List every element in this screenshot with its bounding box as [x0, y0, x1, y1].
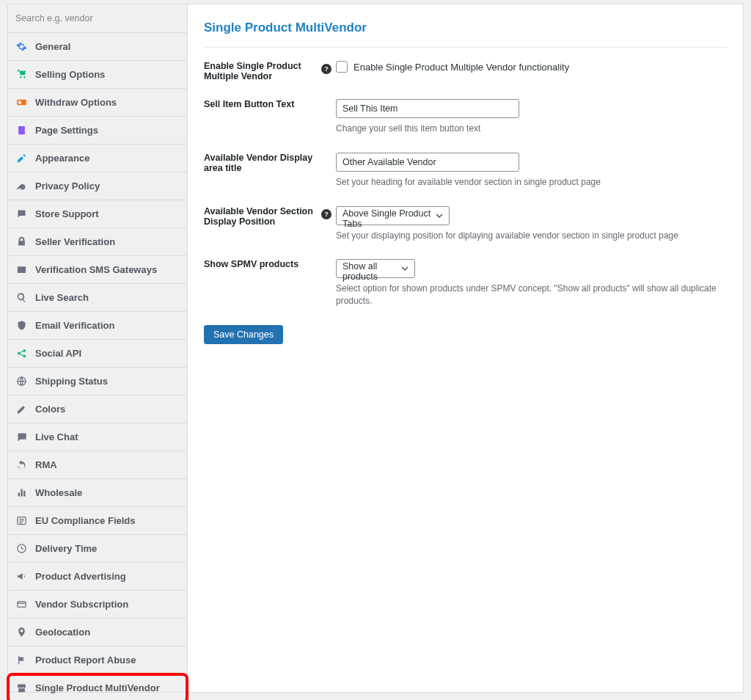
pin-icon [15, 626, 28, 638]
enable-spmv-checkbox[interactable] [336, 61, 348, 73]
globe-icon [15, 375, 28, 387]
sidebar-item-geolocation[interactable]: Geolocation [8, 619, 187, 646]
sidebar-item-verification-sms-gateways[interactable]: Verification SMS Gateways [8, 256, 187, 284]
sidebar-item-label: Email Verification [35, 320, 114, 331]
sidebar-item-label: RMA [35, 459, 57, 470]
svg-point-4 [23, 349, 26, 352]
chat-icon [15, 208, 28, 220]
field-label-show-products: Show SPMV products [204, 259, 321, 269]
sidebar-item-label: Shipping Status [35, 376, 108, 387]
share-icon [15, 347, 28, 360]
enable-spmv-checkbox-label[interactable]: Enable Single Product Multiple Vendor fu… [336, 61, 727, 73]
key-icon [15, 180, 28, 192]
sidebar-item-delivery-time[interactable]: Delivery Time [8, 535, 187, 563]
pencil-icon [15, 403, 28, 415]
gear-icon [15, 40, 28, 53]
sidebar-item-label: Withdraw Options [35, 97, 117, 108]
sidebar-item-label: Vendor Subscription [35, 599, 128, 610]
sidebar-item-label: Selling Options [35, 69, 105, 80]
area-title-input[interactable] [336, 153, 519, 172]
sidebar-item-seller-verification[interactable]: Seller Verification [8, 228, 187, 256]
sidebar-item-label: Seller Verification [35, 236, 115, 247]
sidebar-item-product-report-abuse[interactable]: Product Report Abuse [8, 646, 187, 674]
sidebar-item-label: Wholesale [35, 487, 82, 498]
field-label-enable: Enable Single Product Multiple Vendor [204, 61, 321, 81]
show-products-select[interactable]: Show all products [336, 259, 415, 278]
clock-icon [15, 542, 28, 555]
sidebar-item-label: Social API [35, 348, 81, 359]
sidebar-item-rma[interactable]: RMA [8, 451, 187, 479]
help-text: Change your sell this item button text [336, 123, 727, 135]
help-icon[interactable]: ? [321, 209, 331, 219]
help-text: Set your heading for available vendor se… [336, 176, 727, 189]
lock-icon [15, 236, 28, 248]
card-icon [15, 598, 28, 610]
store-icon [15, 682, 28, 694]
sidebar-item-page-settings[interactable]: Page Settings [8, 117, 187, 145]
sidebar-item-email-verification[interactable]: Email Verification [8, 312, 187, 340]
sidebar-item-single-product-multivendor[interactable]: Single Product MultiVendor [8, 674, 187, 700]
page-icon [15, 124, 28, 136]
sidebar-item-colors[interactable]: Colors [8, 395, 187, 423]
compliance-icon [15, 514, 28, 527]
sidebar-item-live-chat[interactable]: Live Chat [8, 423, 187, 451]
sidebar-item-label: Live Chat [35, 431, 78, 442]
sidebar-item-label: Live Search [35, 292, 89, 303]
svg-point-3 [18, 352, 21, 355]
sidebar-item-label: General [35, 41, 70, 52]
sidebar-item-general[interactable]: General [8, 33, 187, 61]
undo-icon [15, 459, 28, 471]
sidebar-item-label: Verification SMS Gateways [35, 264, 157, 275]
sidebar-item-label: Product Report Abuse [35, 655, 136, 666]
svg-rect-9 [18, 602, 26, 608]
search-icon [15, 291, 28, 304]
svg-rect-1 [18, 101, 21, 104]
shield-icon [15, 319, 28, 332]
comment-icon [15, 431, 28, 443]
help-text: Select option for shown products under S… [336, 282, 727, 307]
sidebar-item-social-api[interactable]: Social API [8, 340, 187, 368]
sidebar-item-vendor-subscription[interactable]: Vendor Subscription [8, 591, 187, 619]
display-position-select[interactable]: Above Single Product Tabs [336, 206, 450, 225]
svg-point-5 [23, 354, 26, 357]
sidebar-item-wholesale[interactable]: Wholesale [8, 479, 187, 507]
sidebar-item-label: Appearance [35, 153, 89, 164]
flag-icon [15, 654, 28, 666]
save-button[interactable]: Save Changes [204, 325, 283, 344]
sidebar-item-product-advertising[interactable]: Product Advertising [8, 563, 187, 591]
help-text: Set your displaying position for diplayi… [336, 230, 727, 242]
sidebar-item-label: Product Advertising [35, 571, 126, 582]
page-title: Single Product MultiVendor [204, 21, 727, 48]
field-label-button-text: Sell Item Button Text [204, 99, 321, 109]
sidebar-item-label: Geolocation [35, 627, 90, 638]
withdraw-icon [15, 96, 28, 109]
sidebar-item-store-support[interactable]: Store Support [8, 200, 187, 228]
sidebar-item-label: EU Compliance Fields [35, 515, 136, 526]
sidebar-item-label: Page Settings [35, 125, 98, 136]
settings-sidebar: Search e.g. vendor GeneralSelling Option… [7, 4, 187, 693]
cart-icon [15, 68, 28, 81]
sidebar-item-privacy-policy[interactable]: Privacy Policy [8, 172, 187, 200]
sidebar-search[interactable]: Search e.g. vendor [8, 4, 187, 33]
sidebar-item-label: Privacy Policy [35, 181, 100, 192]
sidebar-item-shipping-status[interactable]: Shipping Status [8, 368, 187, 395]
field-label-area-title: Available Vendor Display area title [204, 153, 321, 173]
help-icon[interactable]: ? [321, 64, 331, 74]
sidebar-item-selling-options[interactable]: Selling Options [8, 61, 187, 89]
sidebar-item-eu-compliance-fields[interactable]: EU Compliance Fields [8, 507, 187, 535]
sidebar-item-appearance[interactable]: Appearance [8, 145, 187, 172]
field-label-display-position: Available Vendor Section Display Positio… [204, 206, 321, 227]
settings-panel: Single Product MultiVendor Enable Single… [187, 4, 744, 693]
sidebar-item-label: Store Support [35, 208, 99, 219]
brush-icon [15, 152, 28, 164]
envelope-icon [15, 263, 28, 276]
sidebar-item-label: Delivery Time [35, 543, 97, 554]
wholesale-icon [15, 486, 28, 499]
sidebar-item-withdraw-options[interactable]: Withdraw Options [8, 89, 187, 117]
sidebar-item-label: Colors [35, 404, 65, 415]
sell-item-button-text-input[interactable] [336, 99, 519, 118]
sidebar-item-label: Single Product MultiVendor [35, 682, 160, 693]
svg-rect-2 [18, 126, 25, 134]
sidebar-item-live-search[interactable]: Live Search [8, 284, 187, 312]
megaphone-icon [15, 570, 28, 583]
